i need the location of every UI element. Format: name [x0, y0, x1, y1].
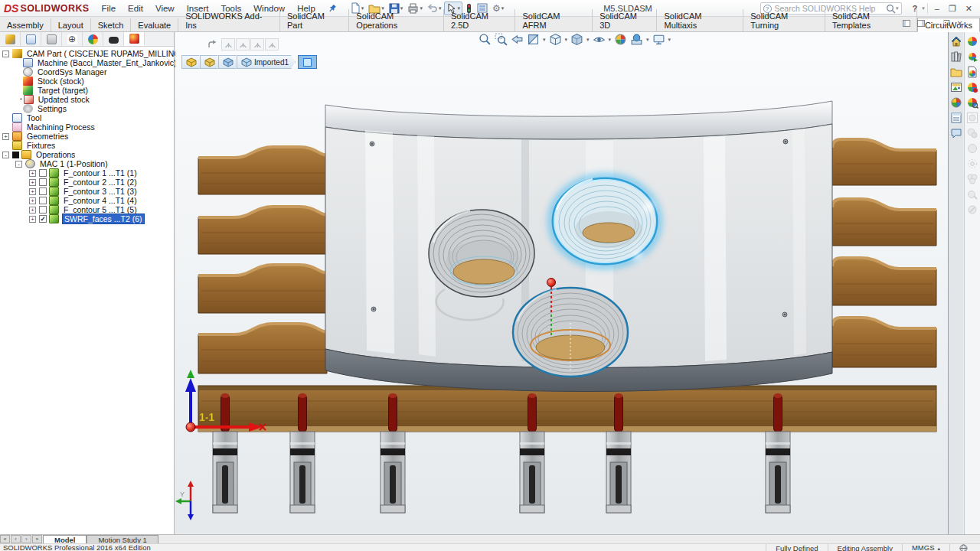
operation-checkbox[interactable] — [39, 187, 47, 195]
expander-icon[interactable]: + — [29, 216, 36, 223]
solidcam-new-cam-part-icon[interactable] — [966, 35, 978, 47]
section-view-icon[interactable] — [527, 33, 540, 46]
pane-left-icon[interactable] — [903, 20, 910, 27]
tree-item-target[interactable]: Target (target) — [0, 86, 174, 95]
tree-item-tool[interactable]: Tool — [0, 113, 174, 122]
help-caret[interactable]: ▾ — [922, 5, 925, 11]
property-manager-tab[interactable] — [21, 32, 41, 46]
3d-viewport-scene[interactable]: 1-1 Y — [175, 32, 948, 534]
coordsys-button-disabled[interactable] — [265, 38, 279, 51]
tree-item-coordsys[interactable]: CoordSys Manager — [0, 67, 174, 77]
operation-checkbox[interactable] — [39, 169, 47, 177]
tree-item-geometries[interactable]: + Geometries — [0, 132, 174, 141]
expander-icon[interactable]: + — [29, 179, 36, 186]
menu-edit[interactable]: Edit — [122, 2, 149, 15]
expander-icon[interactable]: + — [29, 188, 36, 195]
solidcam-save-cam-part-icon[interactable] — [966, 66, 978, 78]
apply-scene-icon[interactable] — [630, 33, 643, 46]
view-settings-icon[interactable] — [652, 33, 665, 46]
menu-view[interactable]: View — [149, 2, 181, 15]
solidcam-disabled-tool-icon[interactable] — [966, 112, 978, 124]
tree-item-mac1[interactable]: - MAC 1 (1-Position) — [0, 159, 174, 168]
tab-solidcam-multiaxis[interactable]: SolidCAM Multiaxis — [657, 9, 743, 31]
solidcam-open-cam-part-icon[interactable] — [966, 51, 978, 63]
previous-view-icon[interactable] — [511, 33, 524, 46]
restore-button[interactable]: ❐ — [944, 4, 961, 14]
solidcam-disabled-tool-icon[interactable] — [966, 142, 978, 155]
hide-show-items-icon[interactable] — [593, 33, 606, 46]
tab-layout[interactable]: Layout — [51, 18, 91, 31]
solidcam-disabled-tool-icon[interactable] — [966, 158, 978, 170]
breadcrumb-imported-feature[interactable]: Imported1 — [237, 55, 296, 69]
solidcam-disabled-tool-icon[interactable] — [966, 188, 978, 201]
tab-solidcam-25d[interactable]: SolidCAM 2.5D — [444, 9, 515, 31]
wood-slats-left[interactable] — [198, 147, 327, 373]
tab-solidcam-afrm[interactable]: SolidCAM AFRM — [515, 9, 593, 31]
feature-manager-tab[interactable] — [0, 32, 21, 46]
tab-solidworks-addins[interactable]: SOLIDWORKS Add-Ins — [178, 9, 280, 31]
solidcam-disabled-tool-icon[interactable] — [966, 204, 978, 216]
expander-icon[interactable]: + — [2, 133, 9, 140]
tab-solidcam-operations[interactable]: SolidCAM Operations — [349, 9, 444, 31]
tab-scroll-first-button[interactable]: « — [0, 535, 10, 543]
tree-item-updated-stock[interactable]: * Updated stock — [0, 95, 174, 104]
tab-solidcam-3d[interactable]: SolidCAM 3D — [593, 9, 657, 31]
view-palette-icon[interactable] — [950, 81, 962, 93]
tree-item-machine[interactable]: Machine (Bacci_Master_Ent_Jankovic) — [0, 58, 174, 67]
view-orientation-icon[interactable] — [549, 33, 562, 46]
tab-evaluate[interactable]: Evaluate — [131, 18, 178, 31]
tree-item-operations[interactable]: - Operations — [0, 150, 174, 159]
coordsys-button-disabled[interactable] — [236, 38, 250, 51]
tree-item-f-contour-2[interactable]: + F_contour 2 ...T1 (2) — [0, 178, 174, 187]
operation-checkbox[interactable] — [39, 215, 47, 223]
breadcrumb-selected-face[interactable] — [298, 55, 317, 69]
expander-icon[interactable]: - — [2, 152, 9, 158]
doc-restore-icon[interactable]: ❐ — [943, 19, 950, 28]
pane-right-icon[interactable] — [917, 20, 925, 27]
zoom-to-area-icon[interactable] — [495, 33, 508, 46]
3dexperience-globe-icon[interactable] — [949, 544, 977, 551]
circuitworks-panel-tab[interactable] — [103, 32, 124, 46]
solidcam-manager-tab[interactable] — [124, 32, 145, 46]
graphics-viewport[interactable]: 1-1 Y ▾ — [175, 32, 948, 534]
doc-close-icon[interactable]: ✕ — [957, 19, 963, 28]
solidcam-calculate-icon[interactable] — [966, 81, 978, 93]
tab-solidcam-turning[interactable]: SolidCAM Turning — [743, 9, 825, 31]
zoom-to-fit-icon[interactable] — [479, 33, 492, 46]
wood-base-beam[interactable] — [198, 386, 936, 432]
operation-checkbox[interactable] — [39, 206, 47, 214]
pocket-toolpath-2-selected[interactable] — [551, 177, 658, 266]
tree-item-f-contour-4[interactable]: + F_contour 4 ...T1 (4) — [0, 196, 174, 205]
doc-minimize-icon[interactable]: – — [932, 19, 936, 28]
expander-icon[interactable]: + — [29, 207, 36, 214]
expander-icon[interactable]: + — [29, 197, 36, 204]
dimxpert-manager-tab[interactable]: ⊕ — [62, 32, 83, 46]
redo-arrow-icon[interactable] — [207, 40, 217, 49]
display-style-icon[interactable] — [570, 33, 583, 46]
expander-icon[interactable]: - — [15, 161, 22, 168]
expander-icon[interactable]: - — [2, 51, 9, 57]
custom-properties-icon[interactable] — [950, 112, 962, 124]
solidcam-simulate-icon[interactable] — [966, 96, 978, 109]
tree-item-stock[interactable]: Stock (stock) — [0, 77, 174, 86]
motion-study-tab[interactable]: Motion Study 1 — [87, 535, 158, 543]
solidcam-disabled-tool-icon[interactable] — [966, 173, 978, 185]
operation-checkbox[interactable] — [39, 197, 47, 204]
tree-item-machining-process[interactable]: Machining Process — [0, 122, 174, 132]
appearances-scenes-icon[interactable] — [950, 96, 962, 109]
design-library-icon[interactable] — [950, 51, 962, 63]
solidcam-disabled-tool-icon[interactable] — [966, 127, 978, 139]
operation-checkbox[interactable] — [39, 178, 47, 186]
tree-item-f-contour-1[interactable]: + F_contour 1 ...T1 (1) — [0, 168, 174, 178]
coordsys-button-disabled[interactable] — [250, 38, 264, 51]
tree-item-fixtures[interactable]: Fixtures — [0, 141, 174, 150]
minimize-button[interactable]: – — [930, 4, 944, 13]
wood-slats-right[interactable] — [832, 139, 936, 367]
tab-scroll-next-button[interactable]: › — [21, 535, 31, 543]
tab-sketch[interactable]: Sketch — [91, 18, 132, 31]
solidworks-resources-home-icon[interactable] — [950, 35, 962, 47]
display-manager-tab[interactable] — [83, 32, 103, 46]
expander-icon[interactable]: + — [29, 170, 36, 177]
tree-item-cam-part[interactable]: - CAM Part ( CISCENJE RUPAM5_MILLING_1) — [0, 49, 174, 58]
units-selector[interactable]: MMGS▴ — [902, 543, 949, 551]
